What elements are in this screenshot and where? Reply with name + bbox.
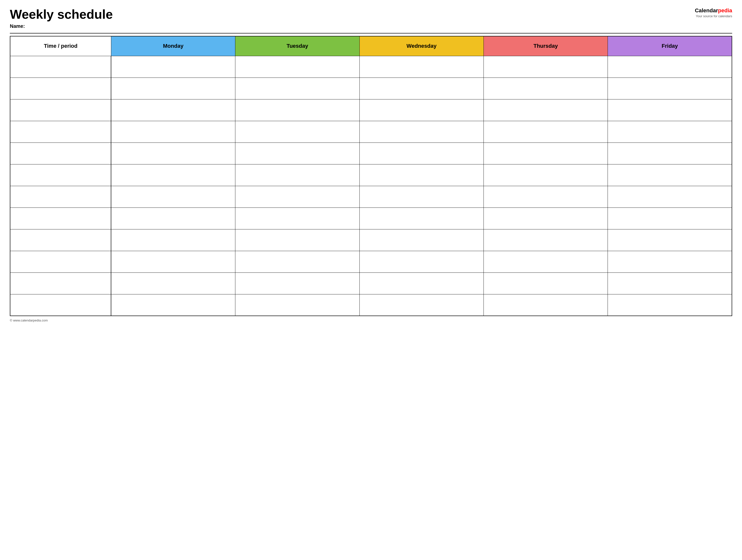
table-row [10, 229, 732, 251]
schedule-cell[interactable] [608, 186, 732, 208]
schedule-cell[interactable] [608, 208, 732, 229]
col-header-monday: Monday [111, 36, 235, 56]
schedule-cell[interactable] [111, 99, 235, 121]
schedule-cell[interactable] [235, 99, 360, 121]
schedule-cell[interactable] [608, 273, 732, 294]
schedule-cell[interactable] [235, 294, 360, 316]
schedule-cell[interactable] [360, 251, 483, 273]
name-label: Name: [10, 23, 695, 29]
schedule-cell[interactable] [111, 56, 235, 77]
schedule-cell[interactable] [360, 56, 483, 77]
logo-section: Calendarpedia Your source for calendars [695, 7, 732, 18]
schedule-cell[interactable] [608, 56, 732, 77]
schedule-cell[interactable] [483, 294, 607, 316]
schedule-cell[interactable] [235, 121, 360, 143]
time-cell[interactable] [10, 143, 111, 164]
schedule-cell[interactable] [483, 143, 607, 164]
schedule-cell[interactable] [360, 208, 483, 229]
logo-part1: Calendar [695, 7, 718, 13]
time-cell[interactable] [10, 251, 111, 273]
schedule-cell[interactable] [360, 143, 483, 164]
table-row [10, 121, 732, 143]
schedule-cell[interactable] [360, 99, 483, 121]
schedule-cell[interactable] [360, 164, 483, 186]
schedule-cell[interactable] [608, 294, 732, 316]
table-row [10, 294, 732, 316]
schedule-cell[interactable] [111, 273, 235, 294]
table-row [10, 273, 732, 294]
schedule-cell[interactable] [235, 229, 360, 251]
schedule-cell[interactable] [111, 294, 235, 316]
schedule-cell[interactable] [235, 143, 360, 164]
time-cell[interactable] [10, 294, 111, 316]
col-header-wednesday: Wednesday [360, 36, 483, 56]
schedule-cell[interactable] [483, 99, 607, 121]
schedule-cell[interactable] [483, 164, 607, 186]
schedule-cell[interactable] [111, 77, 235, 99]
schedule-cell[interactable] [235, 77, 360, 99]
schedule-cell[interactable] [483, 208, 607, 229]
logo-part2: pedia [718, 7, 732, 13]
schedule-cell[interactable] [608, 229, 732, 251]
schedule-cell[interactable] [608, 143, 732, 164]
title-section: Weekly schedule Name: [10, 7, 695, 29]
schedule-cell[interactable] [111, 121, 235, 143]
schedule-cell[interactable] [111, 143, 235, 164]
time-cell[interactable] [10, 186, 111, 208]
logo-tagline: Your source for calendars [695, 14, 732, 18]
time-cell[interactable] [10, 77, 111, 99]
schedule-cell[interactable] [608, 121, 732, 143]
schedule-cell[interactable] [111, 208, 235, 229]
time-cell[interactable] [10, 164, 111, 186]
logo-text: Calendarpedia [695, 7, 732, 14]
schedule-cell[interactable] [111, 229, 235, 251]
header-divider [10, 33, 732, 34]
time-cell[interactable] [10, 208, 111, 229]
schedule-cell[interactable] [483, 273, 607, 294]
schedule-cell[interactable] [483, 229, 607, 251]
schedule-cell[interactable] [360, 294, 483, 316]
table-row [10, 77, 732, 99]
table-row [10, 164, 732, 186]
schedule-cell[interactable] [235, 56, 360, 77]
schedule-body [10, 56, 732, 316]
schedule-cell[interactable] [360, 77, 483, 99]
schedule-cell[interactable] [235, 251, 360, 273]
col-header-time: Time / period [10, 36, 111, 56]
table-row [10, 143, 732, 164]
schedule-cell[interactable] [608, 99, 732, 121]
page-title: Weekly schedule [10, 7, 695, 21]
schedule-table: Time / period Monday Tuesday Wednesday T… [10, 36, 732, 316]
schedule-cell[interactable] [608, 164, 732, 186]
time-cell[interactable] [10, 121, 111, 143]
schedule-cell[interactable] [111, 164, 235, 186]
time-cell[interactable] [10, 99, 111, 121]
table-row [10, 251, 732, 273]
schedule-cell[interactable] [360, 186, 483, 208]
schedule-cell[interactable] [111, 186, 235, 208]
schedule-cell[interactable] [483, 186, 607, 208]
time-cell[interactable] [10, 229, 111, 251]
col-header-tuesday: Tuesday [235, 36, 360, 56]
schedule-cell[interactable] [483, 251, 607, 273]
schedule-cell[interactable] [235, 208, 360, 229]
schedule-cell[interactable] [360, 121, 483, 143]
schedule-cell[interactable] [111, 251, 235, 273]
schedule-cell[interactable] [483, 121, 607, 143]
schedule-cell[interactable] [235, 186, 360, 208]
schedule-cell[interactable] [608, 251, 732, 273]
schedule-cell[interactable] [235, 164, 360, 186]
schedule-cell[interactable] [483, 56, 607, 77]
time-cell[interactable] [10, 273, 111, 294]
schedule-cell[interactable] [360, 229, 483, 251]
col-header-thursday: Thursday [483, 36, 607, 56]
schedule-cell[interactable] [360, 273, 483, 294]
col-header-friday: Friday [608, 36, 732, 56]
table-row [10, 186, 732, 208]
time-cell[interactable] [10, 56, 111, 77]
schedule-cell[interactable] [483, 77, 607, 99]
table-row [10, 208, 732, 229]
schedule-cell[interactable] [608, 77, 732, 99]
table-row [10, 99, 732, 121]
schedule-cell[interactable] [235, 273, 360, 294]
